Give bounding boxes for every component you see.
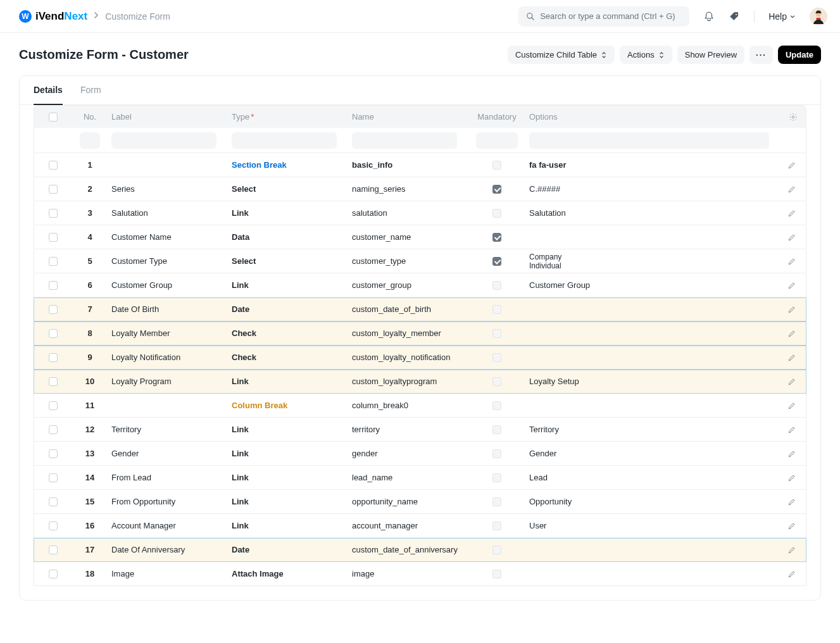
filter-mand[interactable] [476, 132, 518, 149]
col-name[interactable]: Name [348, 106, 468, 128]
col-options[interactable]: Options [525, 106, 780, 128]
row-checkbox[interactable] [49, 185, 58, 194]
mandatory-checkbox[interactable] [492, 209, 501, 218]
row-checkbox[interactable] [49, 473, 58, 482]
mandatory-checkbox[interactable] [492, 546, 501, 554]
edit-row-button[interactable] [777, 225, 806, 249]
edit-row-button[interactable] [777, 273, 806, 297]
mandatory-checkbox[interactable] [492, 497, 501, 506]
row-checkbox[interactable] [49, 497, 58, 506]
select-all-checkbox[interactable] [49, 113, 58, 122]
table-row[interactable]: 11Column Breakcolumn_break0 [34, 394, 806, 418]
row-checkbox[interactable] [49, 377, 58, 386]
table-row[interactable]: 6Customer GroupLinkcustomer_groupCustome… [34, 273, 806, 297]
row-checkbox[interactable] [49, 305, 58, 314]
show-preview-button[interactable]: Show Preview [677, 46, 744, 64]
mandatory-checkbox[interactable] [492, 570, 501, 578]
col-label[interactable]: Label [108, 106, 228, 128]
mandatory-checkbox[interactable] [492, 257, 501, 266]
mandatory-checkbox[interactable] [492, 401, 501, 410]
tag-icon[interactable] [729, 11, 740, 22]
row-checkbox[interactable] [49, 257, 58, 266]
edit-row-button[interactable] [777, 514, 806, 537]
table-row[interactable]: 18ImageAttach Imageimage [34, 562, 806, 586]
row-checkbox[interactable] [49, 329, 58, 338]
row-checkbox[interactable] [49, 353, 58, 362]
table-row[interactable]: 10Loyalty ProgramLinkcustom_loyaltyprogr… [34, 370, 806, 394]
edit-row-button[interactable] [777, 322, 806, 345]
avatar[interactable] [810, 8, 827, 25]
tab-form[interactable]: Form [80, 76, 101, 104]
edit-row-button[interactable] [777, 177, 806, 201]
mandatory-checkbox[interactable] [492, 425, 501, 434]
edit-row-button[interactable] [777, 346, 806, 369]
edit-row-button[interactable] [777, 394, 806, 417]
edit-row-button[interactable] [777, 538, 806, 561]
breadcrumb[interactable]: Customize Form [105, 11, 170, 22]
edit-row-button[interactable] [777, 153, 806, 177]
mandatory-checkbox[interactable] [492, 521, 501, 530]
mandatory-checkbox[interactable] [492, 377, 501, 386]
row-checkbox[interactable] [49, 161, 58, 170]
mandatory-checkbox[interactable] [492, 305, 501, 314]
table-row[interactable]: 9Loyalty NotificationCheckcustom_loyalty… [34, 346, 806, 370]
edit-row-button[interactable] [777, 562, 806, 585]
row-checkbox[interactable] [49, 401, 58, 410]
table-row[interactable]: 2SeriesSelectnaming_seriesC.##### [34, 177, 806, 201]
row-checkbox[interactable] [49, 546, 58, 554]
edit-row-button[interactable] [777, 418, 806, 441]
mandatory-checkbox[interactable] [492, 449, 501, 458]
mandatory-checkbox[interactable] [492, 329, 501, 338]
more-button[interactable]: ··· [749, 46, 773, 64]
mandatory-checkbox[interactable] [492, 161, 501, 170]
row-checkbox[interactable] [49, 570, 58, 578]
mandatory-checkbox[interactable] [492, 353, 501, 362]
table-row[interactable]: 17Date Of AnniversaryDatecustom_date_of_… [34, 538, 806, 562]
table-row[interactable]: 12TerritoryLinkterritoryTerritory [34, 418, 806, 442]
col-settings[interactable] [780, 106, 806, 128]
edit-row-button[interactable] [777, 490, 806, 513]
edit-row-button[interactable] [777, 370, 806, 393]
table-row[interactable]: 7Date Of BirthDatecustom_date_of_birth [34, 297, 806, 322]
filter-type[interactable] [232, 132, 337, 149]
row-checkbox[interactable] [49, 281, 58, 290]
mandatory-checkbox[interactable] [492, 233, 501, 242]
update-button[interactable]: Update [778, 46, 821, 64]
tab-details[interactable]: Details [34, 76, 63, 105]
help-menu[interactable]: Help [768, 11, 796, 22]
edit-row-button[interactable] [777, 442, 806, 465]
mandatory-checkbox[interactable] [492, 281, 501, 290]
row-checkbox[interactable] [49, 209, 58, 218]
table-row[interactable]: 4Customer NameDatacustomer_name [34, 225, 806, 249]
table-row[interactable]: 16Account ManagerLinkaccount_managerUser [34, 514, 806, 538]
table-row[interactable]: 8Loyalty MemberCheckcustom_loyalty_membe… [34, 322, 806, 346]
table-row[interactable]: 5Customer TypeSelectcustomer_typeCompany… [34, 249, 806, 273]
col-type[interactable]: Type* [228, 106, 348, 128]
filter-label[interactable] [111, 132, 216, 149]
customize-child-table-button[interactable]: Customize Child Table [508, 46, 615, 64]
logo[interactable]: W iVendNext [19, 10, 87, 23]
row-checkbox[interactable] [49, 233, 58, 242]
mandatory-checkbox[interactable] [492, 185, 501, 194]
notifications-icon[interactable] [703, 11, 715, 22]
row-checkbox[interactable] [49, 521, 58, 530]
row-checkbox[interactable] [49, 425, 58, 434]
table-row[interactable]: 15From OpportunityLinkopportunity_nameOp… [34, 490, 806, 514]
edit-row-button[interactable] [777, 249, 806, 273]
table-row[interactable]: 14From LeadLinklead_nameLead [34, 466, 806, 490]
table-row[interactable]: 3SalutationLinksalutationSalutation [34, 201, 806, 225]
table-row[interactable]: 13GenderLinkgenderGender [34, 442, 806, 466]
search-input[interactable]: Search or type a command (Ctrl + G) [518, 6, 689, 27]
edit-row-button[interactable] [777, 297, 806, 321]
row-checkbox[interactable] [49, 449, 58, 458]
filter-no[interactable] [80, 132, 100, 149]
col-mandatory[interactable]: Mandatory [468, 106, 525, 128]
edit-row-button[interactable] [777, 466, 806, 489]
filter-opt[interactable] [529, 132, 769, 149]
table-row[interactable]: 1Section Breakbasic_infofa fa-user [34, 153, 806, 177]
filter-name[interactable] [352, 132, 457, 149]
actions-button[interactable]: Actions [620, 46, 672, 64]
mandatory-checkbox[interactable] [492, 473, 501, 482]
edit-row-button[interactable] [777, 201, 806, 225]
select-icon [601, 51, 607, 59]
